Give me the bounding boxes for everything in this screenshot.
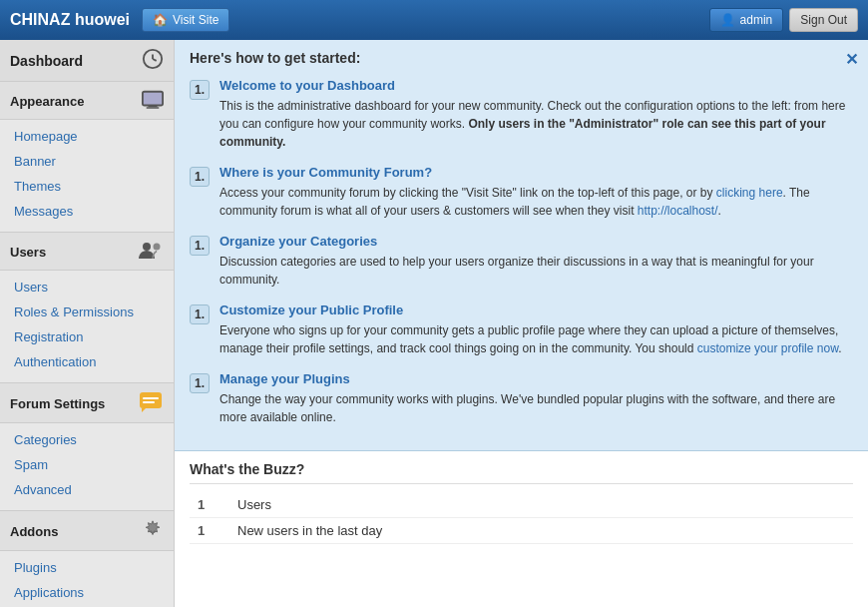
addons-items: Plugins Applications Locales <box>0 551 174 607</box>
top-right-actions: 👤 admin Sign Out <box>709 8 858 32</box>
sidebar-item-homepage[interactable]: Homepage <box>0 124 174 149</box>
gs-content-3: Organize your Categories Discussion cate… <box>219 234 853 289</box>
layout: Dashboard Appearance Homepage <box>0 40 868 607</box>
buzz-label-1: Users <box>229 492 853 518</box>
buzz-count-2: 1 <box>190 518 229 544</box>
home-icon: 🏠 <box>153 13 168 27</box>
gs-content-5: Manage your Plugins Change the way your … <box>219 371 853 426</box>
gs-title-5: Manage your Plugins <box>219 371 853 386</box>
gs-number-4: 1. <box>190 304 210 324</box>
sidebar-section-addons: Addons <box>0 511 174 551</box>
localhost-link[interactable]: http://localhost/ <box>638 204 718 218</box>
sidebar-item-authentication[interactable]: Authentication <box>0 349 174 374</box>
sidebar-item-banner[interactable]: Banner <box>0 149 174 174</box>
gs-section-3: 1. Organize your Categories Discussion c… <box>190 234 853 289</box>
buzz-section: What's the Buzz? 1 Users 1 New users in … <box>175 451 868 554</box>
gs-title-4: Customize your Public Profile <box>219 303 853 317</box>
gs-number-5: 1. <box>190 373 210 393</box>
main-content: Here's how to get started: ✕ 1. Welcome … <box>175 40 868 607</box>
gs-section-1: 1. Welcome to your Dashboard This is the… <box>190 78 853 151</box>
admin-button[interactable]: 👤 admin <box>709 8 784 32</box>
svg-rect-5 <box>147 107 160 108</box>
sidebar-section-appearance: Appearance <box>0 82 174 120</box>
clock-icon <box>142 48 164 73</box>
monitor-icon <box>142 90 164 113</box>
chat-icon <box>138 391 164 416</box>
signout-button[interactable]: Sign Out <box>789 8 858 32</box>
sidebar-section-users: Users <box>0 233 174 271</box>
sidebar-item-plugins[interactable]: Plugins <box>0 555 174 580</box>
sidebar-item-messages[interactable]: Messages <box>0 199 174 224</box>
top-nav: CHINAZ huowei 🏠 Visit Site 👤 admin Sign … <box>0 0 868 40</box>
getting-started-section: Here's how to get started: ✕ 1. Welcome … <box>175 40 868 451</box>
sidebar-item-applications[interactable]: Applications <box>0 580 174 605</box>
dashboard-title: Dashboard <box>10 53 83 69</box>
forum-items: Categories Spam Advanced <box>0 423 174 511</box>
gs-content-2: Where is your Community Forum? Access yo… <box>219 165 853 220</box>
site-title: CHINAZ huowei <box>10 11 130 29</box>
gs-body-1: This is the administrative dashboard for… <box>219 97 853 151</box>
sidebar-item-categories[interactable]: Categories <box>0 427 174 452</box>
buzz-row-2: 1 New users in the last day <box>190 518 853 544</box>
sidebar-item-users[interactable]: Users <box>0 275 174 300</box>
svg-point-7 <box>154 244 161 251</box>
sidebar: Dashboard Appearance Homepage <box>0 40 175 607</box>
svg-rect-3 <box>143 92 163 106</box>
close-button[interactable]: ✕ <box>845 50 858 69</box>
buzz-row-1: 1 Users <box>190 492 853 518</box>
buzz-title: What's the Buzz? <box>190 461 853 484</box>
users-icon <box>138 241 164 264</box>
user-icon: 👤 <box>720 13 735 27</box>
svg-line-2 <box>153 59 157 61</box>
sidebar-item-registration[interactable]: Registration <box>0 324 174 349</box>
gs-section-4: 1. Customize your Public Profile Everyon… <box>190 303 853 357</box>
buzz-count-1: 1 <box>190 492 229 518</box>
gear-icon <box>142 519 164 544</box>
gs-section-2: 1. Where is your Community Forum? Access… <box>190 165 853 220</box>
visit-site-button[interactable]: 🏠 Visit Site <box>142 8 229 32</box>
svg-point-6 <box>143 243 151 251</box>
customize-profile-link[interactable]: customize your profile now <box>697 341 838 355</box>
sidebar-dashboard[interactable]: Dashboard <box>0 40 174 82</box>
svg-rect-9 <box>143 397 159 399</box>
sidebar-item-roles[interactable]: Roles & Permissions <box>0 300 174 324</box>
gs-number-3: 1. <box>190 236 210 256</box>
gs-content-1: Welcome to your Dashboard This is the ad… <box>219 78 853 151</box>
appearance-section-title: Appearance <box>10 94 84 109</box>
gs-section-5: 1. Manage your Plugins Change the way yo… <box>190 371 853 426</box>
clicking-here-link[interactable]: clicking here <box>716 186 783 200</box>
gs-body-4: Everyone who signs up for your community… <box>219 321 853 357</box>
users-items: Users Roles & Permissions Registration A… <box>0 271 174 383</box>
gs-title-1: Welcome to your Dashboard <box>219 78 853 93</box>
gs-title-3: Organize your Categories <box>219 234 853 249</box>
gs-body-3: Discussion categories are used to help y… <box>219 253 853 289</box>
sidebar-item-spam[interactable]: Spam <box>0 452 174 477</box>
buzz-table: 1 Users 1 New users in the last day <box>190 492 853 544</box>
svg-rect-4 <box>148 106 157 108</box>
users-section-title: Users <box>10 245 46 260</box>
addons-section-title: Addons <box>10 524 58 539</box>
gs-number-1: 1. <box>190 80 210 100</box>
getting-started-header: Here's how to get started: <box>190 50 853 66</box>
sidebar-section-forum: Forum Settings <box>0 383 174 423</box>
gs-content-4: Customize your Public Profile Everyone w… <box>219 303 853 357</box>
sidebar-item-themes[interactable]: Themes <box>0 174 174 199</box>
svg-rect-10 <box>143 401 155 403</box>
gs-number-2: 1. <box>190 167 210 187</box>
gs-title-2: Where is your Community Forum? <box>219 165 853 180</box>
gs-body-2: Access your community forum by clicking … <box>219 184 853 220</box>
svg-rect-8 <box>140 392 162 408</box>
gs-body-5: Change the way your community works with… <box>219 390 853 426</box>
appearance-items: Homepage Banner Themes Messages <box>0 120 174 233</box>
buzz-label-2: New users in the last day <box>229 518 853 544</box>
sidebar-item-advanced[interactable]: Advanced <box>0 477 174 502</box>
forum-section-title: Forum Settings <box>10 396 105 411</box>
